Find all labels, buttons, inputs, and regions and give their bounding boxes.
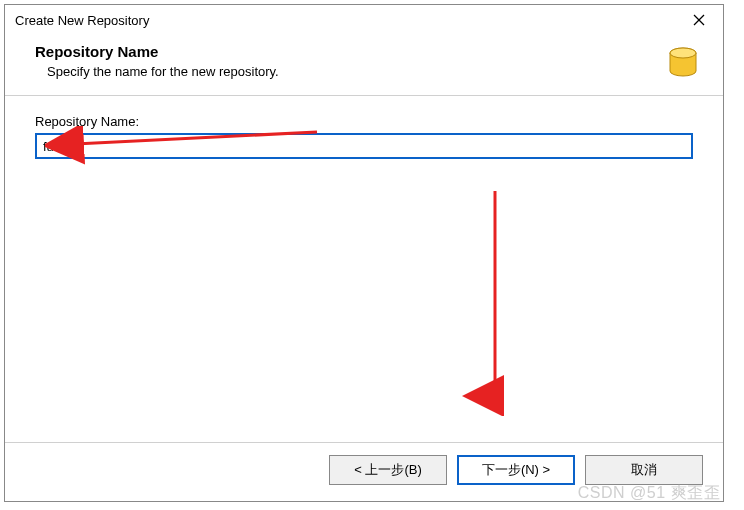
repo-name-input[interactable] <box>35 133 693 159</box>
body-section: Repository Name: <box>5 96 723 442</box>
titlebar: Create New Repository <box>5 5 723 33</box>
header-text: Repository Name Specify the name for the… <box>35 43 279 79</box>
next-button[interactable]: 下一步(N) > <box>457 455 575 485</box>
svg-point-3 <box>670 48 696 58</box>
dialog-window: Create New Repository Repository Name Sp… <box>4 4 724 502</box>
header-heading: Repository Name <box>35 43 279 60</box>
button-row: < 上一步(B) 下一步(N) > 取消 <box>5 443 723 501</box>
repo-name-label: Repository Name: <box>35 114 693 129</box>
close-button[interactable] <box>683 9 715 31</box>
close-icon <box>693 14 705 26</box>
back-button[interactable]: < 上一步(B) <box>329 455 447 485</box>
cancel-button[interactable]: 取消 <box>585 455 703 485</box>
database-icon <box>665 45 701 81</box>
annotation-arrow-next <box>455 186 535 416</box>
header-subtitle: Specify the name for the new repository. <box>35 64 279 79</box>
window-title: Create New Repository <box>15 13 149 28</box>
header-section: Repository Name Specify the name for the… <box>5 33 723 95</box>
